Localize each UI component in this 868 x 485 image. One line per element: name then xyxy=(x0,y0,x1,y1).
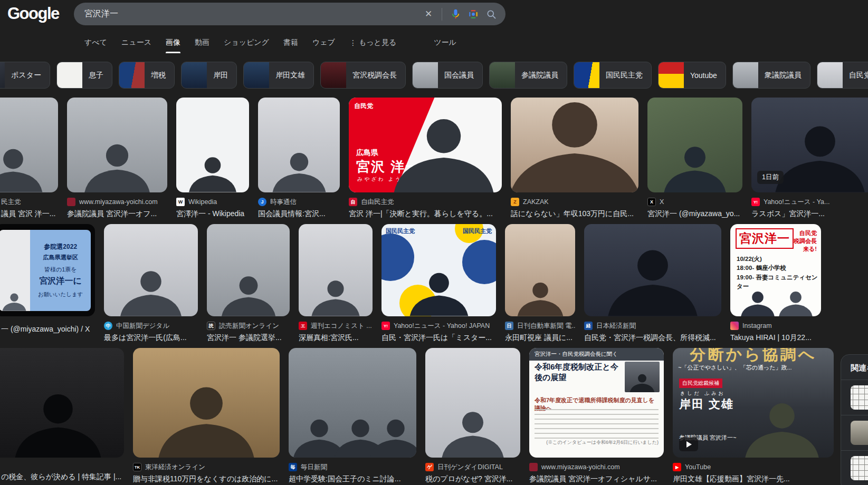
result-source[interactable]: ゲ 日刊ゲンダイDIGITAL xyxy=(425,463,520,471)
result-title[interactable]: 宮沢洋一 参議院選挙... xyxy=(207,333,290,343)
result-title[interactable]: Takuya HIRAI | 10月22... xyxy=(730,333,821,343)
result-title[interactable]: 参議院議員 宮沢洋一オフィシャルサ... xyxy=(529,474,664,484)
result-title[interactable]: 永田町視座 議員に... xyxy=(505,333,575,343)
tab-more-menu[interactable]: ⋮ もっと見る xyxy=(349,38,396,47)
tab-news[interactable]: ニュース xyxy=(121,38,151,47)
result-photo[interactable] xyxy=(0,348,124,458)
result-source[interactable]: ▶ YouTube xyxy=(673,463,834,471)
chip-kishida-fumio[interactable]: 岸田文雄 xyxy=(243,62,314,89)
result-photo[interactable] xyxy=(258,98,340,192)
result-source[interactable]: Z ZAKZAK xyxy=(511,198,638,206)
result-photo[interactable] xyxy=(584,224,721,316)
result-title[interactable]: 参議院議員 宮沢洋一オフ... xyxy=(67,209,167,219)
chip-shugiin-giin[interactable]: 衆議院議員 xyxy=(732,62,810,89)
result-source[interactable]: 読 読売新聞オンライン xyxy=(207,322,290,330)
related-item[interactable] xyxy=(841,380,868,415)
result-title[interactable]: 深層真相:宮沢氏... xyxy=(299,333,373,343)
result-photo[interactable] xyxy=(0,98,58,192)
chip-sangiin-giin[interactable]: 参議院議員 xyxy=(489,62,567,89)
result-photo[interactable] xyxy=(289,348,416,458)
result-source[interactable]: W Wikipedia xyxy=(176,198,249,206)
clear-search-button[interactable]: ✕ xyxy=(419,5,437,23)
result-source[interactable]: www.miyazawa-yoichi.com xyxy=(529,463,664,471)
result-photo[interactable] xyxy=(647,98,742,192)
result-source[interactable]: Y! Yahoo!ニュース - Ya... xyxy=(751,198,868,206)
result-title[interactable]: 国会議員情報:宮沢... xyxy=(258,209,340,219)
result-photo[interactable] xyxy=(207,224,290,316)
result-photo[interactable] xyxy=(511,98,638,192)
result-photo[interactable]: 自民党 広島県 宮沢 洋一 みやざわ よういち xyxy=(349,98,502,192)
result-source[interactable]: 毎 毎日新聞 xyxy=(289,463,416,471)
related-thumbnail xyxy=(851,421,868,445)
search-submit-button[interactable] xyxy=(482,5,500,23)
result-source[interactable]: 中 中国新聞デジタル xyxy=(104,322,198,330)
result-photo[interactable]: 宮沢洋一・自民党税調会長に聞く 令和6年度税制改正と今後の展望 令和7年度改正で… xyxy=(529,348,664,458)
result-source[interactable]: 日 日刊自動車新聞 電... xyxy=(505,322,575,330)
chip-zeicho-kaicho[interactable]: 宮沢税調会長 xyxy=(320,62,406,89)
result-photo[interactable]: 分断から協調へ ~「公正でやさしい」、「芯の通った」政... 自民党総裁候補 き… xyxy=(673,348,834,458)
result-photo[interactable] xyxy=(104,224,198,316)
lens-search-button[interactable] xyxy=(464,5,482,23)
tools-button[interactable]: ツール xyxy=(434,38,456,47)
chip-dpp[interactable]: 国民民主党 xyxy=(574,62,652,89)
result-photo[interactable] xyxy=(176,98,249,192)
result-source[interactable]: X X xyxy=(647,198,742,206)
related-item[interactable] xyxy=(841,450,868,485)
tab-videos[interactable]: 動画 xyxy=(195,38,209,47)
result-source[interactable]: Instagram xyxy=(730,322,821,330)
result-source[interactable]: TK 東洋経済オンライン xyxy=(133,463,280,471)
result-title[interactable]: 宮沢洋一 (@miyazawa_yo... xyxy=(647,209,742,219)
chip-youtube[interactable]: Youtube xyxy=(658,62,726,89)
result-source[interactable]: J 時事通信 xyxy=(258,198,340,206)
search-input[interactable] xyxy=(74,9,419,19)
result-title[interactable]: 宮沢 洋一|「決断と実行。暮らしを守る。... xyxy=(349,209,502,219)
tab-books[interactable]: 書籍 xyxy=(283,38,298,47)
result-title[interactable]: 宮澤洋一 - Wikipedia xyxy=(176,209,249,219)
result-title[interactable]: 話にならない」年収103万円に自民... xyxy=(511,209,638,219)
result-photo[interactable] xyxy=(425,348,520,458)
result-photo[interactable] xyxy=(299,224,373,316)
search-bar[interactable]: ✕ xyxy=(74,3,505,25)
google-logo: Google xyxy=(7,4,59,23)
result-title[interactable]: の税金、彼らが決める | 特集記事 |... xyxy=(0,472,124,482)
result-title[interactable]: 議員 宮沢 洋一... xyxy=(0,209,58,219)
tab-web[interactable]: ウェブ xyxy=(312,38,335,47)
voice-search-button[interactable] xyxy=(446,5,464,23)
related-item[interactable] xyxy=(841,415,868,450)
chip-musuko[interactable]: 息子 xyxy=(56,62,112,89)
result-title[interactable]: 超中学受験:国会王子のミニ討論... xyxy=(289,474,416,484)
result-photo[interactable]: 国民民主党 国民民主党 xyxy=(381,224,496,316)
result-title[interactable]: ラスボス」宮沢洋一... xyxy=(751,209,868,219)
chip-kishida[interactable]: 岸田 xyxy=(181,62,237,89)
result-title[interactable]: 自民・宮沢洋一氏は「ミスター... xyxy=(381,333,496,343)
tab-images[interactable]: 画像 xyxy=(166,38,180,47)
result-photo[interactable]: 1日前 xyxy=(751,98,868,192)
result-photo[interactable]: 宮沢洋一 自民党 税調会長 来る! 10/22(火) 18:00- 鶴座小学校 … xyxy=(730,224,821,316)
result-title[interactable]: 岸田文雄【応援動画】宮沢洋一先... xyxy=(673,474,834,484)
tab-all[interactable]: すべて xyxy=(84,38,107,47)
result-source[interactable]: www.miyazawa-yoichi.com xyxy=(67,198,167,206)
result-title[interactable]: 一 (@miyazawa_yoichi) / X xyxy=(0,325,95,334)
result-source[interactable]: 経 日本経済新聞 xyxy=(584,322,721,330)
result-source[interactable]: Y! Yahoo!ニュース - Yahoo! JAPAN xyxy=(381,322,496,330)
result-title[interactable]: 最多は宮沢洋一氏(広島... xyxy=(104,333,198,343)
result-source[interactable]: 自 自由民主党 xyxy=(349,198,502,206)
result-title[interactable]: 税のプロがなぜ? 宮沢洋... xyxy=(425,474,520,484)
result-source[interactable]: 民主党 xyxy=(0,198,58,206)
image-result-dpp: 国民民主党 国民民主党 Y! Yahoo!ニュース - Yahoo! JAPAN… xyxy=(381,224,496,343)
result-source[interactable]: エ 週刊エコノミスト ... xyxy=(299,322,373,330)
result-photo[interactable] xyxy=(67,98,167,192)
banner-party-label: 自民党 xyxy=(354,102,373,111)
chip-kokkai-giin[interactable]: 国会議員 xyxy=(412,62,483,89)
chip-poster[interactable]: ポスター xyxy=(0,62,50,89)
play-icon[interactable] xyxy=(679,438,698,451)
result-photo[interactable]: 参院選2022 広島県選挙区 皆様の1票を 宮沢洋一に お願いいたします xyxy=(0,224,95,316)
chip-zozei[interactable]: 増税 xyxy=(119,62,175,89)
result-title[interactable]: 自民党・宮沢洋一税調会長、所得税減... xyxy=(584,333,721,343)
tab-shopping[interactable]: ショッピング xyxy=(224,38,269,47)
result-title[interactable]: 贈与非課税110万円をなくすのは政治的に... xyxy=(133,474,280,484)
search-icon xyxy=(486,9,497,20)
result-photo[interactable] xyxy=(505,224,575,316)
chip-ldp[interactable]: 自民党 xyxy=(817,62,868,89)
result-photo[interactable] xyxy=(133,348,280,458)
